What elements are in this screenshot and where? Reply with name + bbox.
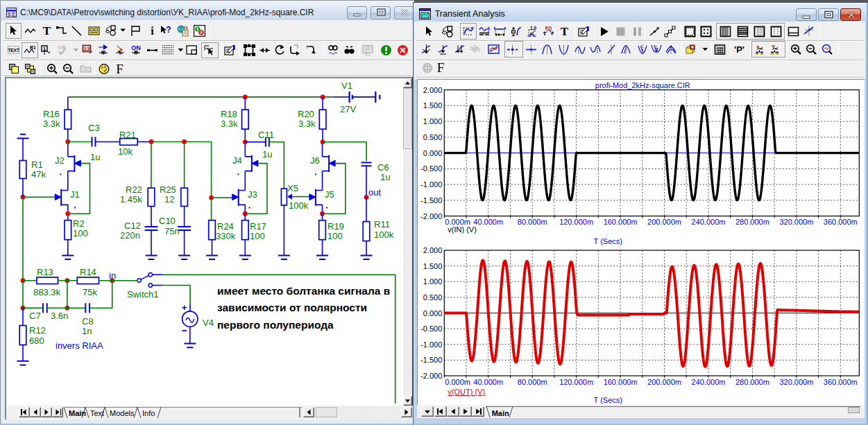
svg-text:v(OUT) (V): v(OUT) (V)	[448, 388, 486, 396]
svg-text:1.500: 1.500	[423, 101, 443, 110]
svg-text:160.000m: 160.000m	[604, 218, 638, 226]
svg-text:80.000m: 80.000m	[518, 218, 547, 226]
svg-text:1: 1	[43, 46, 46, 52]
svg-text:200.000m: 200.000m	[647, 218, 681, 226]
svg-text:invers RIAA: invers RIAA	[56, 340, 103, 351]
svg-text:1u: 1u	[262, 149, 272, 159]
svg-text:ON: ON	[131, 44, 141, 51]
svg-text:R21: R21	[119, 130, 136, 140]
svg-text:27V: 27V	[340, 104, 356, 114]
svg-text:C7: C7	[29, 311, 41, 321]
svg-text:0.500: 0.500	[423, 293, 443, 302]
svg-text:-0.500: -0.500	[420, 164, 442, 173]
svg-text:in: in	[109, 270, 116, 281]
svg-text:1.000: 1.000	[423, 117, 443, 125]
svg-text:i: i	[151, 25, 154, 37]
svg-text:2.000: 2.000	[423, 246, 443, 254]
svg-text:-2.000: -2.000	[420, 372, 442, 380]
svg-text:Switch1: Switch1	[127, 289, 159, 300]
svg-text:330k: 330k	[216, 231, 236, 241]
svg-text:75k: 75k	[83, 287, 97, 297]
svg-text:F: F	[437, 61, 445, 73]
svg-text:R12: R12	[29, 325, 46, 336]
svg-text:100k: 100k	[289, 200, 309, 211]
svg-text:320.000m: 320.000m	[780, 378, 814, 386]
svg-text:v(IN) (V): v(IN) (V)	[448, 225, 477, 234]
svg-text:100: 100	[73, 228, 88, 238]
svg-text:V1: V1	[341, 80, 352, 91]
svg-text:360.000m: 360.000m	[824, 218, 858, 226]
svg-text:-1.000: -1.000	[420, 180, 442, 189]
svg-text:47k: 47k	[31, 169, 46, 180]
svg-text:T (Secs): T (Secs)	[594, 396, 622, 404]
svg-text:C3: C3	[88, 123, 100, 133]
svg-text:R13: R13	[37, 267, 53, 277]
svg-text:TEXT: TEXT	[8, 48, 19, 53]
svg-text:T: T	[561, 26, 569, 37]
svg-text:13: 13	[84, 46, 90, 52]
svg-text:120.000m: 120.000m	[560, 218, 594, 226]
svg-text:C10: C10	[159, 216, 176, 226]
svg-text:1.500: 1.500	[423, 262, 443, 270]
svg-text:J4: J4	[232, 155, 242, 166]
svg-text:883.3k: 883.3k	[33, 287, 61, 297]
svg-text:R1: R1	[31, 159, 43, 170]
svg-text:2.000: 2.000	[423, 86, 443, 94]
svg-text:3.3k: 3.3k	[298, 119, 316, 129]
svg-text:1u: 1u	[380, 172, 390, 182]
svg-text:3.3k: 3.3k	[43, 119, 60, 129]
svg-text:240.000m: 240.000m	[692, 218, 726, 226]
svg-text:J5: J5	[325, 189, 334, 200]
svg-text:1.45k: 1.45k	[120, 194, 142, 205]
svg-text:100: 100	[250, 231, 265, 241]
svg-text:V4: V4	[203, 318, 214, 328]
svg-text:12: 12	[164, 194, 174, 205]
svg-text:-0.500: -0.500	[420, 324, 442, 333]
svg-text:40.000m: 40.000m	[474, 218, 504, 226]
svg-text:0.000: 0.000	[423, 309, 443, 318]
svg-text:0.000m: 0.000m	[445, 378, 471, 386]
svg-text:C8: C8	[82, 316, 94, 327]
svg-text:F: F	[116, 63, 124, 75]
svg-text:220n: 220n	[120, 230, 140, 241]
svg-text:100: 100	[327, 231, 343, 241]
svg-text:R19: R19	[327, 221, 344, 232]
svg-text:C12: C12	[124, 220, 141, 231]
svg-text:0.500: 0.500	[423, 133, 443, 141]
svg-text:C6: C6	[377, 162, 389, 173]
svg-text:320.000m: 320.000m	[780, 218, 814, 226]
svg-text:R20: R20	[298, 109, 314, 119]
svg-text:100k: 100k	[374, 229, 394, 240]
svg-text:40.000m: 40.000m	[474, 378, 504, 386]
svg-text:T: T	[43, 25, 51, 37]
svg-text:R18: R18	[221, 109, 237, 119]
svg-text:-2.000: -2.000	[420, 212, 442, 220]
svg-text:'P': 'P'	[734, 44, 744, 55]
svg-text:280.000m: 280.000m	[735, 218, 769, 226]
svg-text:680: 680	[29, 336, 44, 346]
svg-text:X5: X5	[287, 183, 298, 193]
svg-text:J2: J2	[55, 155, 65, 166]
svg-text:3.6n: 3.6n	[51, 311, 68, 321]
svg-text:R11: R11	[374, 219, 390, 229]
svg-text:1.000: 1.000	[423, 277, 443, 286]
svg-text:200.000m: 200.000m	[647, 378, 681, 386]
svg-text:160.000m: 160.000m	[604, 378, 638, 386]
svg-text:C11: C11	[258, 130, 274, 140]
svg-text:3.3k: 3.3k	[221, 119, 238, 129]
svg-text:R14: R14	[80, 267, 96, 277]
svg-text:J1: J1	[70, 189, 80, 200]
svg-text:80.000m: 80.000m	[518, 378, 547, 386]
svg-text:0.000: 0.000	[423, 149, 443, 157]
svg-text:profi-Mod_2kHz-square.CIR: profi-Mod_2kHz-square.CIR	[595, 81, 690, 89]
svg-text:75n: 75n	[164, 226, 180, 236]
svg-text:-1.500: -1.500	[420, 196, 442, 205]
svg-text:R16: R16	[43, 109, 60, 119]
svg-text:R2: R2	[73, 218, 85, 229]
svg-text:out: out	[368, 187, 381, 198]
svg-text:1u: 1u	[90, 152, 100, 162]
svg-text:-1.000: -1.000	[420, 340, 442, 349]
svg-text:R22: R22	[126, 184, 142, 195]
svg-text:R25: R25	[160, 184, 176, 195]
svg-text:10: 10	[511, 30, 516, 33]
